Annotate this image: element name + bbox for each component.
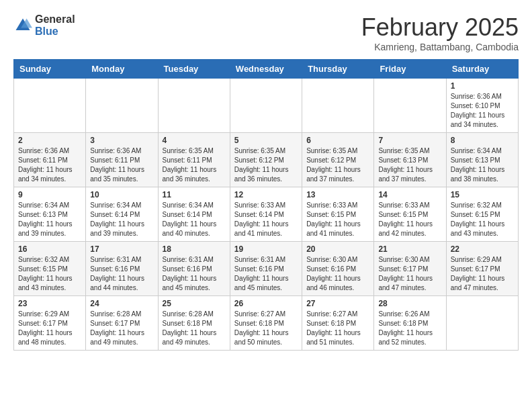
calendar-cell — [158, 79, 230, 133]
day-number: 11 — [163, 190, 226, 199]
day-info: Sunrise: 6:31 AM Sunset: 6:16 PM Dayligh… — [90, 255, 153, 293]
location-subtitle: Kamrieng, Battambang, Cambodia — [361, 42, 519, 52]
calendar-cell: 6Sunrise: 6:35 AM Sunset: 6:12 PM Daylig… — [302, 133, 374, 187]
calendar-cell: 13Sunrise: 6:33 AM Sunset: 6:15 PM Dayli… — [302, 187, 374, 242]
day-info: Sunrise: 6:36 AM Sunset: 6:11 PM Dayligh… — [90, 146, 153, 184]
calendar-body: 1Sunrise: 6:36 AM Sunset: 6:10 PM Daylig… — [14, 79, 519, 351]
day-info: Sunrise: 6:30 AM Sunset: 6:17 PM Dayligh… — [378, 255, 441, 293]
calendar-week-4: 16Sunrise: 6:32 AM Sunset: 6:15 PM Dayli… — [14, 242, 519, 296]
day-number: 24 — [90, 299, 153, 308]
day-number: 5 — [234, 136, 298, 145]
day-info: Sunrise: 6:35 AM Sunset: 6:13 PM Dayligh… — [378, 146, 441, 184]
day-info: Sunrise: 6:33 AM Sunset: 6:15 PM Dayligh… — [306, 201, 369, 238]
day-info: Sunrise: 6:35 AM Sunset: 6:11 PM Dayligh… — [163, 146, 226, 184]
logo: General Blue — [13, 13, 75, 37]
day-number: 15 — [451, 190, 514, 199]
calendar-cell: 2Sunrise: 6:36 AM Sunset: 6:11 PM Daylig… — [14, 133, 86, 187]
calendar-cell: 26Sunrise: 6:27 AM Sunset: 6:18 PM Dayli… — [230, 296, 302, 351]
calendar-table: SundayMondayTuesdayWednesdayThursdayFrid… — [13, 59, 519, 351]
calendar-header: SundayMondayTuesdayWednesdayThursdayFrid… — [14, 60, 519, 79]
day-number: 1 — [451, 81, 514, 91]
day-info: Sunrise: 6:35 AM Sunset: 6:12 PM Dayligh… — [306, 146, 369, 184]
day-info: Sunrise: 6:32 AM Sunset: 6:15 PM Dayligh… — [18, 255, 81, 293]
calendar-week-5: 23Sunrise: 6:29 AM Sunset: 6:17 PM Dayli… — [14, 296, 519, 351]
calendar-cell: 4Sunrise: 6:35 AM Sunset: 6:11 PM Daylig… — [158, 133, 230, 187]
calendar-week-3: 9Sunrise: 6:34 AM Sunset: 6:13 PM Daylig… — [14, 187, 519, 242]
day-number: 10 — [90, 190, 153, 199]
calendar-cell: 1Sunrise: 6:36 AM Sunset: 6:10 PM Daylig… — [446, 79, 518, 133]
day-info: Sunrise: 6:30 AM Sunset: 6:16 PM Dayligh… — [306, 255, 369, 293]
calendar-cell — [302, 79, 374, 133]
day-number: 3 — [90, 136, 153, 145]
calendar-cell: 24Sunrise: 6:28 AM Sunset: 6:17 PM Dayli… — [86, 296, 158, 351]
day-info: Sunrise: 6:33 AM Sunset: 6:14 PM Dayligh… — [234, 201, 298, 238]
day-info: Sunrise: 6:28 AM Sunset: 6:17 PM Dayligh… — [90, 310, 153, 347]
day-info: Sunrise: 6:36 AM Sunset: 6:10 PM Dayligh… — [451, 92, 514, 130]
logo-icon — [13, 16, 32, 35]
calendar-cell: 19Sunrise: 6:31 AM Sunset: 6:16 PM Dayli… — [230, 242, 302, 296]
day-info: Sunrise: 6:29 AM Sunset: 6:17 PM Dayligh… — [18, 310, 81, 347]
day-number: 25 — [163, 299, 226, 308]
calendar-cell: 16Sunrise: 6:32 AM Sunset: 6:15 PM Dayli… — [14, 242, 86, 296]
header-day-sunday: Sunday — [14, 60, 86, 79]
day-number: 13 — [306, 190, 369, 199]
calendar-cell — [86, 79, 158, 133]
calendar-cell: 8Sunrise: 6:34 AM Sunset: 6:13 PM Daylig… — [446, 133, 518, 187]
month-title: February 2025 — [361, 13, 519, 42]
calendar-cell: 20Sunrise: 6:30 AM Sunset: 6:16 PM Dayli… — [302, 242, 374, 296]
calendar-cell: 7Sunrise: 6:35 AM Sunset: 6:13 PM Daylig… — [374, 133, 446, 187]
calendar-week-1: 1Sunrise: 6:36 AM Sunset: 6:10 PM Daylig… — [14, 79, 519, 133]
calendar-cell: 12Sunrise: 6:33 AM Sunset: 6:14 PM Dayli… — [230, 187, 302, 242]
day-info: Sunrise: 6:34 AM Sunset: 6:14 PM Dayligh… — [163, 201, 226, 238]
calendar-cell: 14Sunrise: 6:33 AM Sunset: 6:15 PM Dayli… — [374, 187, 446, 242]
calendar-cell: 3Sunrise: 6:36 AM Sunset: 6:11 PM Daylig… — [86, 133, 158, 187]
calendar-cell: 15Sunrise: 6:32 AM Sunset: 6:15 PM Dayli… — [446, 187, 518, 242]
day-info: Sunrise: 6:31 AM Sunset: 6:16 PM Dayligh… — [163, 255, 226, 293]
logo-text: General Blue — [35, 13, 75, 37]
page-header: General Blue February 2025 Kamrieng, Bat… — [13, 13, 519, 52]
calendar-cell — [14, 79, 86, 133]
day-info: Sunrise: 6:36 AM Sunset: 6:11 PM Dayligh… — [18, 146, 81, 184]
logo-general: General — [35, 13, 75, 26]
day-number: 14 — [378, 190, 441, 199]
day-number: 18 — [163, 244, 226, 254]
calendar-cell: 22Sunrise: 6:29 AM Sunset: 6:17 PM Dayli… — [446, 242, 518, 296]
calendar-week-2: 2Sunrise: 6:36 AM Sunset: 6:11 PM Daylig… — [14, 133, 519, 187]
header-day-saturday: Saturday — [446, 60, 518, 79]
day-number: 8 — [451, 136, 514, 145]
calendar-cell: 21Sunrise: 6:30 AM Sunset: 6:17 PM Dayli… — [374, 242, 446, 296]
calendar-cell — [446, 296, 518, 351]
day-number: 21 — [378, 244, 441, 254]
calendar-cell: 28Sunrise: 6:26 AM Sunset: 6:18 PM Dayli… — [374, 296, 446, 351]
day-number: 2 — [18, 136, 81, 145]
day-number: 19 — [234, 244, 298, 254]
day-info: Sunrise: 6:32 AM Sunset: 6:15 PM Dayligh… — [451, 201, 514, 238]
day-number: 7 — [378, 136, 441, 145]
logo-blue: Blue — [35, 26, 75, 38]
header-day-tuesday: Tuesday — [158, 60, 230, 79]
calendar-cell: 18Sunrise: 6:31 AM Sunset: 6:16 PM Dayli… — [158, 242, 230, 296]
calendar-cell: 25Sunrise: 6:28 AM Sunset: 6:18 PM Dayli… — [158, 296, 230, 351]
day-number: 9 — [18, 190, 81, 199]
day-number: 4 — [163, 136, 226, 145]
day-info: Sunrise: 6:31 AM Sunset: 6:16 PM Dayligh… — [234, 255, 298, 293]
day-number: 16 — [18, 244, 81, 254]
header-day-friday: Friday — [374, 60, 446, 79]
header-day-monday: Monday — [86, 60, 158, 79]
header-day-thursday: Thursday — [302, 60, 374, 79]
day-number: 26 — [234, 299, 298, 308]
day-number: 17 — [90, 244, 153, 254]
calendar-cell: 23Sunrise: 6:29 AM Sunset: 6:17 PM Dayli… — [14, 296, 86, 351]
calendar-cell — [374, 79, 446, 133]
day-number: 6 — [306, 136, 369, 145]
header-day-wednesday: Wednesday — [230, 60, 302, 79]
calendar-cell: 17Sunrise: 6:31 AM Sunset: 6:16 PM Dayli… — [86, 242, 158, 296]
day-info: Sunrise: 6:28 AM Sunset: 6:18 PM Dayligh… — [163, 310, 226, 347]
day-number: 23 — [18, 299, 81, 308]
day-info: Sunrise: 6:34 AM Sunset: 6:13 PM Dayligh… — [18, 201, 81, 238]
header-row: SundayMondayTuesdayWednesdayThursdayFrid… — [14, 60, 519, 79]
day-info: Sunrise: 6:33 AM Sunset: 6:15 PM Dayligh… — [378, 201, 441, 238]
calendar-cell: 11Sunrise: 6:34 AM Sunset: 6:14 PM Dayli… — [158, 187, 230, 242]
day-info: Sunrise: 6:35 AM Sunset: 6:12 PM Dayligh… — [234, 146, 298, 184]
day-info: Sunrise: 6:27 AM Sunset: 6:18 PM Dayligh… — [234, 310, 298, 347]
